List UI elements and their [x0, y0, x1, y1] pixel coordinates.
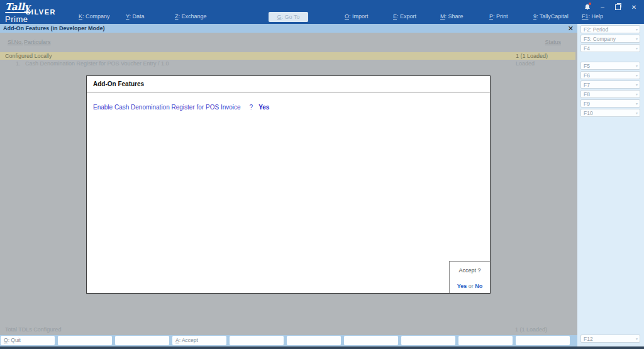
fkey-f8-button[interactable]: F8▾ [580, 90, 640, 98]
fkey-key: F5 [584, 63, 590, 69]
top-bar: Tally Prime SILVER K: Company Y: Data Z:… [0, 0, 644, 24]
fkey-key: F2 [584, 26, 590, 33]
bottom-empty-button[interactable] [58, 336, 112, 345]
notification-bell-icon[interactable] [582, 3, 592, 11]
footer-label: Total TDLs Configured [5, 326, 61, 333]
bottom-empty-button[interactable] [516, 336, 570, 345]
menu-key: O [345, 13, 349, 19]
fkey-key: F8 [584, 91, 590, 97]
report-close-button[interactable]: ✕ [568, 24, 574, 33]
group-row-configured-locally: Configured Locally 1 (1 Loaded) [0, 52, 575, 60]
bottom-empty-button[interactable] [458, 336, 513, 345]
dropdown-caret-icon: ▾ [636, 109, 638, 117]
notification-dot [589, 3, 591, 5]
minimize-button[interactable]: – [597, 3, 608, 11]
fkey-f2-period-button[interactable]: F2: Period▾ [580, 25, 640, 33]
field-question-mark: ? [250, 104, 253, 111]
bottom-key: Q [4, 337, 8, 343]
edition-badge: SILVER [26, 8, 56, 16]
menu-share[interactable]: M: Share [440, 13, 464, 19]
dialog-field-row: Enable Cash Denomination Register for PO… [93, 104, 490, 111]
bottom-button-bar: Q: Quit A: Accept [0, 335, 577, 346]
menu-label: : Import [349, 13, 369, 19]
menu-label: : Export [397, 13, 416, 19]
header-slno: Sl.No. [8, 39, 23, 45]
row-slno: 1. [16, 60, 21, 67]
menu-data[interactable]: Y: Data [126, 13, 145, 19]
bottom-empty-button[interactable] [401, 336, 455, 345]
bottom-label: : Quit [8, 337, 21, 343]
accept-yes-no: Yes or No [450, 283, 490, 289]
menu-label: : Print [493, 13, 508, 19]
accept-yes-button[interactable]: Yes [457, 283, 467, 289]
bottom-empty-button[interactable] [230, 336, 284, 345]
window-close-button[interactable]: ✕ [629, 3, 639, 11]
menu-label: : Share [445, 13, 464, 19]
dropdown-caret-icon: ▾ [636, 81, 638, 89]
footer-status: 1 (1 Loaded) [515, 326, 547, 333]
menu-print[interactable]: P: Print [489, 13, 508, 19]
menu-export[interactable]: E: Export [393, 13, 416, 19]
fkey-key: F4 [584, 45, 590, 52]
fkey-key: F9 [584, 101, 590, 107]
menu-exchange[interactable]: Z: Exchange [175, 13, 207, 19]
fkey-key: F7 [584, 82, 590, 88]
row-status: Loaded [516, 60, 535, 67]
menu-key: F1 [582, 13, 589, 19]
accept-no-button[interactable]: No [475, 283, 482, 289]
menu-label: : Exchange [179, 13, 207, 19]
bottom-quit-button[interactable]: Q: Quit [1, 336, 55, 345]
fkey-f5-button[interactable]: F5▾ [580, 62, 640, 70]
add-on-features-dialog: Add-On Features Enable Cash Denomination… [86, 75, 491, 294]
header-status: Status [545, 39, 561, 45]
menu-label: : Help [589, 13, 604, 19]
menu-company[interactable]: K: Company [79, 13, 110, 19]
row-particulars: Cash Denomination Register for POS Vouch… [25, 60, 169, 67]
bottom-empty-button[interactable] [344, 336, 398, 345]
menu-help[interactable]: F1: Help [582, 13, 603, 19]
menu-label: : Company [82, 13, 110, 19]
menu-tallycapital[interactable]: 9: TallyCapital [533, 13, 569, 19]
group-label: Configured Locally [5, 52, 52, 60]
fkey-f4-button[interactable]: F4▾ [580, 44, 640, 52]
dialog-title: Add-On Features [87, 76, 490, 92]
menu-key: M [440, 13, 445, 19]
field-label: Enable Cash Denomination Register for PO… [93, 104, 241, 111]
dropdown-caret-icon: ▾ [636, 45, 638, 52]
fkey-label: : Period [590, 26, 608, 33]
bottom-empty-button[interactable] [287, 336, 341, 345]
fkey-label: : Company [590, 36, 616, 42]
group-status: 1 (1 Loaded) [516, 52, 548, 60]
fkey-f10-button[interactable]: F10▾ [580, 109, 640, 117]
window-bottom-border [0, 346, 644, 349]
dropdown-caret-icon: ▾ [636, 62, 638, 70]
table-row[interactable]: 1. Cash Denomination Register for POS Vo… [0, 60, 575, 67]
page-title: Add-On Features (in Developer Mode) [3, 24, 105, 33]
dropdown-caret-icon: ▾ [636, 72, 638, 79]
dropdown-caret-icon: ▾ [636, 91, 638, 98]
menu-import[interactable]: O: Import [345, 13, 369, 19]
panel-spacer [577, 52, 644, 60]
report-title-bar: Add-On Features (in Developer Mode) ✕ [0, 24, 577, 33]
logo-prime-text: Prime [5, 14, 28, 24]
fkey-key: F10 [584, 110, 593, 116]
bottom-accept-button[interactable]: A: Accept [172, 336, 226, 345]
menu-go-to-button[interactable]: G: Go To [269, 12, 308, 22]
dropdown-caret-icon: ▾ [636, 35, 638, 43]
fkey-f12-button[interactable]: F12▾ [580, 335, 640, 343]
fkey-key: F12 [584, 336, 593, 342]
right-button-panel: F2: Period▾ F3: Company▾ F4▾ F5▾ F6▾ F7▾… [577, 24, 644, 349]
fkey-f6-button[interactable]: F6▾ [580, 71, 640, 79]
fkey-f9-button[interactable]: F9▾ [580, 99, 640, 108]
fkey-f7-button[interactable]: F7▾ [580, 80, 640, 89]
accept-confirmation-box: Accept ? Yes or No [449, 261, 490, 293]
menu-label: : Data [130, 13, 145, 19]
menu-label: : Go To [282, 14, 300, 20]
bottom-empty-button[interactable] [115, 336, 169, 345]
field-value-yes[interactable]: Yes [258, 104, 269, 111]
restore-icon [615, 4, 621, 10]
restore-button[interactable] [613, 3, 623, 11]
dropdown-caret-icon: ▾ [636, 335, 638, 343]
fkey-f3-company-button[interactable]: F3: Company▾ [580, 35, 640, 43]
dropdown-caret-icon: ▾ [636, 26, 638, 33]
